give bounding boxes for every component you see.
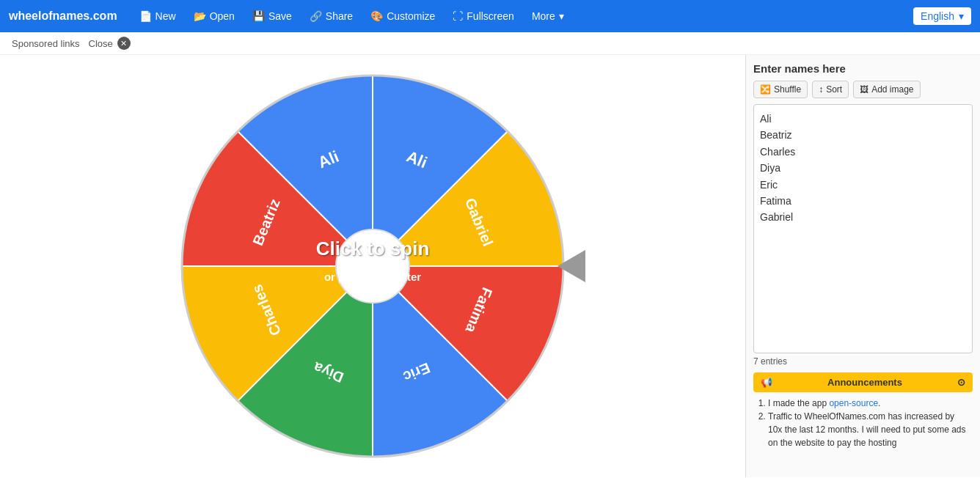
- share-icon: 🔗: [310, 10, 322, 22]
- open-button[interactable]: 📂 Open: [186, 7, 242, 25]
- announcements-bar[interactable]: 📢 Announcements ⊙: [753, 372, 973, 392]
- language-selector[interactable]: English ▾: [913, 7, 971, 25]
- close-section[interactable]: Close ✕: [89, 37, 131, 50]
- svg-text:or press ctrl+enter: or press ctrl+enter: [324, 271, 421, 283]
- chevron-down-icon: ▾: [559, 10, 564, 22]
- wheel-container[interactable]: Ali Gabriel Fatima Eric Diya Charles Bea…: [167, 61, 578, 471]
- open-source-link[interactable]: open-source: [829, 398, 878, 408]
- svg-text:Click to spin: Click to spin: [316, 238, 430, 260]
- fullscreen-icon: ⛶: [453, 10, 463, 22]
- new-button[interactable]: 📄 New: [132, 7, 183, 25]
- close-button[interactable]: ✕: [117, 37, 131, 50]
- chevron-down-icon: ▾: [959, 10, 964, 22]
- chevron-down-icon: ⊙: [957, 377, 965, 388]
- wheel-pointer: [557, 250, 585, 282]
- add-image-button[interactable]: 🖼 Add image: [853, 81, 920, 98]
- customize-icon: 🎨: [370, 10, 383, 22]
- megaphone-icon: 📢: [761, 377, 772, 388]
- entries-count: 7 entries: [753, 356, 973, 367]
- customize-button[interactable]: 🎨 Customize: [363, 7, 442, 25]
- fullscreen-button[interactable]: ⛶ Fullscreen: [445, 7, 522, 25]
- logo: wheelofnames.com: [9, 10, 117, 23]
- subheader: Sponsored links Close ✕: [0, 32, 980, 55]
- new-icon: 📄: [139, 10, 152, 22]
- sort-button[interactable]: ↕ Sort: [812, 81, 849, 98]
- right-panel: Enter names here 🔀 Shuffle ↕ Sort 🖼 Add …: [745, 55, 980, 477]
- shuffle-button[interactable]: 🔀 Shuffle: [753, 81, 808, 98]
- announcements-label: Announcements: [827, 377, 902, 388]
- header: wheelofnames.com 📄 New 📂 Open 💾 Save 🔗 S…: [0, 0, 980, 32]
- save-button[interactable]: 💾 Save: [245, 7, 299, 25]
- panel-actions: 🔀 Shuffle ↕ Sort 🖼 Add image: [753, 81, 973, 98]
- sponsored-links-label: Sponsored links: [12, 38, 80, 49]
- more-button[interactable]: More ▾: [524, 7, 571, 25]
- shuffle-icon: 🔀: [760, 84, 771, 95]
- wheel-svg[interactable]: Ali Gabriel Fatima Eric Diya Charles Bea…: [167, 61, 578, 471]
- close-label: Close: [89, 38, 113, 49]
- sort-icon: ↕: [819, 84, 823, 95]
- share-button[interactable]: 🔗 Share: [302, 7, 360, 25]
- names-textarea[interactable]: Ali Beatriz Charles Diya Eric Fatima Gab…: [753, 104, 973, 353]
- image-icon: 🖼: [860, 84, 869, 95]
- save-icon: 💾: [252, 10, 265, 22]
- announcements-content: I made the app open-source. Traffic to W…: [753, 397, 973, 449]
- open-icon: 📂: [194, 10, 206, 22]
- wheel-area[interactable]: Ali Gabriel Fatima Eric Diya Charles Bea…: [0, 55, 745, 477]
- panel-title: Enter names here: [753, 62, 973, 75]
- main-content: Ali Gabriel Fatima Eric Diya Charles Bea…: [0, 55, 980, 477]
